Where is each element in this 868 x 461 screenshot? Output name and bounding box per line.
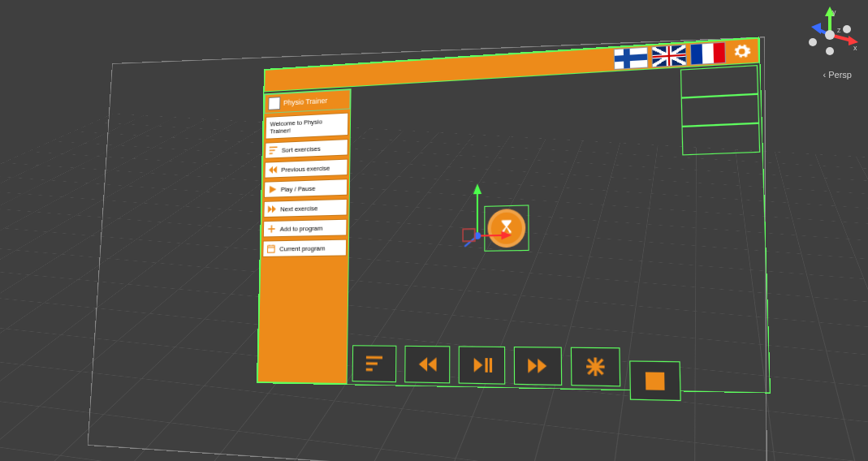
- forward-icon: [525, 355, 551, 377]
- item-label: Next exercise: [280, 205, 317, 213]
- finland-flag[interactable]: [614, 47, 649, 70]
- app-title-bar: Physio Trainer: [265, 89, 351, 114]
- previous-exercise-item[interactable]: Previous exercise: [265, 159, 348, 179]
- side-panel: Physio Trainer Welcome to Physio Trainer…: [257, 88, 352, 384]
- svg-point-17: [809, 38, 817, 46]
- item-label: Sort exercises: [282, 144, 321, 153]
- item-label: Current program: [279, 244, 325, 252]
- add-button[interactable]: [571, 347, 620, 387]
- play-icon: [268, 184, 277, 194]
- svg-point-15: [825, 30, 835, 40]
- hourglass-icon: [497, 218, 516, 238]
- svg-marker-2: [473, 183, 482, 194]
- sort-button[interactable]: [352, 345, 397, 382]
- bottom-control-bar: [352, 345, 760, 402]
- axis-z-label: z: [837, 26, 841, 34]
- app-title: Physio Trainer: [283, 97, 327, 107]
- play-pause-icon: [469, 354, 494, 376]
- forward-icon: [267, 204, 277, 213]
- sort-exercises-item[interactable]: Sort exercises: [265, 139, 348, 159]
- loading-indicator: [484, 205, 529, 251]
- item-label: Previous exercise: [281, 164, 330, 173]
- rewind-icon: [268, 165, 277, 174]
- empty-slot: [681, 94, 759, 127]
- gear-icon: [732, 42, 752, 62]
- sort-icon: [363, 353, 386, 374]
- scene-viewport[interactable]: Physio Trainer Welcome to Physio Trainer…: [0, 0, 868, 461]
- calendar-icon: [266, 243, 276, 253]
- svg-rect-0: [268, 246, 275, 253]
- uk-flag[interactable]: [651, 45, 686, 68]
- svg-rect-7: [463, 229, 475, 241]
- plus-icon: [267, 224, 277, 234]
- svg-point-6: [474, 232, 481, 239]
- settings-button[interactable]: [729, 41, 754, 62]
- france-flag[interactable]: [690, 41, 726, 65]
- previous-button[interactable]: [404, 346, 450, 384]
- sort-icon: [269, 145, 278, 155]
- next-button[interactable]: [514, 347, 562, 386]
- empty-slot: [681, 123, 760, 156]
- svg-line-5: [464, 236, 477, 247]
- current-program-item[interactable]: Current program: [262, 239, 347, 257]
- svg-marker-14: [811, 23, 821, 34]
- app-logo: [268, 97, 280, 110]
- calendar-icon: [641, 369, 668, 392]
- scene-axis-gizmo[interactable]: x y z: [801, 6, 858, 63]
- item-label: Play / Pause: [281, 184, 316, 193]
- add-to-program-item[interactable]: Add to program: [263, 219, 348, 238]
- play-pause-item[interactable]: Play / Pause: [264, 179, 348, 198]
- empty-slot: [680, 65, 758, 98]
- axis-x-label: x: [853, 44, 857, 52]
- svg-point-16: [826, 47, 834, 55]
- next-exercise-item[interactable]: Next exercise: [263, 199, 347, 218]
- svg-point-18: [843, 25, 851, 33]
- item-label: Add to program: [280, 224, 323, 232]
- welcome-text: Welcome to Physio Trainer!: [266, 113, 349, 140]
- asterisk-icon: [582, 355, 608, 378]
- play-pause-button[interactable]: [459, 346, 506, 384]
- ui-canvas: Physio Trainer Welcome to Physio Trainer…: [257, 37, 771, 393]
- rewind-icon: [416, 354, 439, 376]
- calendar-button[interactable]: [629, 360, 681, 401]
- axis-y-label: y: [832, 8, 836, 16]
- projection-label[interactable]: Persp: [823, 70, 852, 80]
